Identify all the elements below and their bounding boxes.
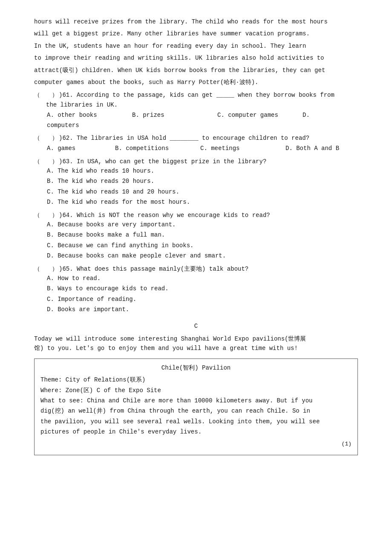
- pavilion-whatsee-line4: pictures of people in Chile's everyday l…: [40, 427, 352, 436]
- q62-option-c: C. meetings: [200, 144, 268, 153]
- page-number: (1): [40, 440, 352, 449]
- pavilion-whatsee-line3: the pavilion, you will see several real …: [40, 417, 352, 426]
- para2-line2: to improve their reading and writing ski…: [34, 53, 358, 63]
- q64-opt-c: C. Because we can find anything in books…: [47, 241, 358, 250]
- question-64: （ ）)64. Which is NOT the reason why we e…: [34, 211, 358, 261]
- q63-opt-d: D. The kid who reads for the most hours.: [47, 197, 358, 207]
- q61-paren[interactable]: （ ）: [34, 92, 58, 98]
- q61-options: A. other books B. prizes C. computer gam…: [47, 110, 358, 130]
- pavilion-whatsee-line1: China and Chile are more than 10000 kilo…: [87, 397, 312, 404]
- q63-opt-c: C. The kid who reads 10 and 20 hours.: [47, 187, 358, 197]
- q62-options: A. games B. competitions C. meetings D. …: [47, 144, 358, 153]
- q63-paren[interactable]: （ ）: [34, 158, 58, 165]
- q62-text: （ ）)62. The libraries in USA hold ______…: [34, 133, 358, 143]
- q61-opt-a-label: A.: [47, 112, 54, 119]
- pavilion-theme-value: City of Relations(联系): [66, 376, 146, 383]
- para2-line1: In the UK, students have an hour for rea…: [34, 41, 358, 51]
- q61-opt-d-label: D.: [303, 112, 310, 119]
- q64-text: （ ）)64. Which is NOT the reason why we e…: [34, 211, 358, 220]
- q62-option-d: D. Both A and B: [285, 144, 354, 153]
- passage-block: hours will receive prizes from the libra…: [34, 17, 358, 87]
- q62-option-b: B. competitions: [115, 144, 183, 153]
- pavilion-box: Chile(智利) Pavilion Theme: City of Relati…: [34, 358, 358, 456]
- q65-opt-a: A. How to read.: [47, 274, 358, 283]
- question-61: （ ）)61. According to the passage, kids c…: [34, 90, 358, 130]
- pavilion-where: Where: Zone(区) C of the Expo Site: [40, 386, 352, 395]
- q62-option-a: A. games: [47, 144, 98, 153]
- q63-opt-a: A. The kid who reads 10 hours.: [47, 166, 358, 176]
- q65-paren[interactable]: （ ）: [34, 266, 58, 272]
- q64-paren[interactable]: （ ）: [34, 212, 58, 219]
- pavilion-theme: Theme: City of Relations(联系): [40, 375, 352, 384]
- q65-main: )65. What does this passage mainly(主要地) …: [59, 266, 248, 272]
- pavilion-whatsee-line2: dig(挖) an well(井) from China through the…: [40, 406, 352, 416]
- pavilion-whatsee: What to see: China and Chile are more th…: [40, 396, 352, 405]
- q61-option-c: C. computer games: [217, 110, 285, 120]
- para2-line4: computer games about the books, such as …: [34, 78, 358, 87]
- q61-option-a: A. other books: [47, 110, 115, 120]
- q64-opt-b: B. Because books make a full man.: [47, 230, 358, 240]
- para1-line1: hours will receive prizes from the libra…: [34, 17, 358, 26]
- para1-line2: will get a biggest prize. Many other lib…: [34, 29, 358, 38]
- question-62: （ ）)62. The libraries in USA hold ______…: [34, 133, 358, 153]
- q61-option-row: A. other books B. prizes C. computer gam…: [47, 110, 358, 120]
- question-65: （ ）)65. What does this passage mainly(主要…: [34, 264, 358, 315]
- q64-main: )64. Which is NOT the reason why we enco…: [59, 212, 270, 219]
- section-c-intro-line2: 馆) to you. Let's go to enjoy them and yo…: [34, 344, 358, 353]
- q62-paren[interactable]: （ ）: [34, 135, 58, 142]
- q61-option-d: D.: [303, 110, 371, 120]
- q65-opt-d: D. Books are important.: [47, 305, 358, 314]
- q61-text: （ ）)61. According to the passage, kids c…: [34, 90, 358, 100]
- q61-opt-b-text: prizes: [143, 112, 164, 119]
- q62-option-row: A. games B. competitions C. meetings D. …: [47, 144, 358, 153]
- section-c-header: C: [34, 321, 358, 331]
- q63-opt-b: B. The kid who reads 20 hours.: [47, 176, 358, 186]
- q62-main: )62. The libraries in USA hold ________ …: [59, 135, 309, 142]
- q61-text2: the libraries in UK.: [46, 100, 358, 110]
- pavilion-theme-label: Theme:: [40, 376, 62, 383]
- pavilion-whatsee-label: What to see:: [40, 397, 84, 404]
- q61-opt-b-label: B.: [132, 112, 139, 119]
- q61-opt-c-text: computer games: [228, 112, 278, 119]
- q65-text: （ ）)65. What does this passage mainly(主要…: [34, 264, 358, 274]
- q64-opt-a: A. Because books are very important.: [47, 220, 358, 229]
- pavilion-title: Chile(智利) Pavilion: [40, 363, 352, 373]
- question-63: （ ）)63. In USA, who can get the biggest …: [34, 157, 358, 207]
- q63-main: )63. In USA, who can get the biggest pri…: [59, 158, 266, 165]
- q63-text: （ ）)63. In USA, who can get the biggest …: [34, 157, 358, 166]
- q61-opt-a-text: other books: [58, 112, 97, 119]
- q64-opt-d: D. Because books can make people clever …: [47, 251, 358, 260]
- section-c-intro-line1: Today we will introduce some interesting…: [34, 334, 358, 344]
- q61-opt-c-label: C.: [217, 112, 225, 119]
- para2-line3: attract(吸引) children. When UK kids borro…: [34, 66, 358, 75]
- q61-main: )61. According to the passage, kids can …: [59, 92, 334, 98]
- section-c-intro: Today we will introduce some interesting…: [34, 334, 358, 353]
- q65-opt-b: B. Ways to encourage kids to read.: [47, 284, 358, 293]
- q61-option-b: B. prizes: [132, 110, 200, 120]
- pavilion-where-value: Zone(区) C of the Expo Site: [66, 387, 161, 394]
- q65-opt-c: C. Importance of reading.: [47, 295, 358, 304]
- pavilion-where-label: Where:: [40, 387, 62, 394]
- q61-computers: computers: [47, 121, 358, 130]
